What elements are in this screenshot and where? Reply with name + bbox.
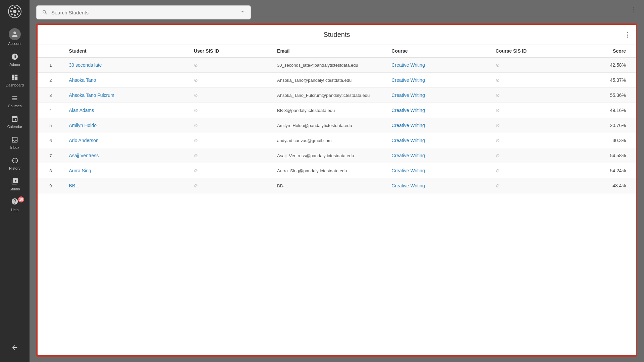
svg-point-3 bbox=[14, 14, 16, 16]
course-sis-cell: ⊘ bbox=[490, 148, 574, 163]
course-cell: Creative Writing bbox=[386, 178, 490, 193]
sidebar: Account Admin Dashboard Courses Calendar… bbox=[0, 0, 30, 362]
null-icon: ⊘ bbox=[496, 93, 500, 98]
course-link[interactable]: Creative Writing bbox=[391, 93, 425, 98]
student-name-cell: Asajj Ventress bbox=[64, 148, 189, 163]
col-course-sis: Course SIS ID bbox=[490, 45, 574, 57]
student-link[interactable]: Aurra Sing bbox=[69, 168, 91, 173]
course-link[interactable]: Creative Writing bbox=[391, 123, 425, 128]
user-sis-cell: ⊘ bbox=[189, 103, 272, 118]
table-row: 130 seconds late⊘30_seconds_late@pandaly… bbox=[38, 57, 636, 73]
student-link[interactable]: Ahsoka Tano Fulcrum bbox=[69, 93, 114, 98]
null-icon: ⊘ bbox=[194, 108, 198, 113]
email-cell: Aurra_Sing@pandalytictestdata.edu bbox=[272, 163, 386, 178]
null-icon: ⊘ bbox=[496, 77, 500, 83]
row-num: 6 bbox=[38, 133, 64, 148]
sidebar-item-inbox[interactable]: Inbox bbox=[0, 132, 30, 153]
student-link[interactable]: Asajj Ventress bbox=[69, 153, 99, 158]
table-row: 8Aurra Sing⊘Aurra_Sing@pandalytictestdat… bbox=[38, 163, 636, 178]
student-link[interactable]: Alan Adams bbox=[69, 108, 94, 113]
email-cell: andy.ad.canvas@gmail.com bbox=[272, 133, 386, 148]
table-row: 5Amilyn Holdo⊘Amilyn_Holdo@pandalytictes… bbox=[38, 118, 636, 133]
history-icon bbox=[10, 156, 19, 165]
students-card: Students ⋮ Student User SIS ID Email Cou… bbox=[38, 25, 636, 355]
course-link[interactable]: Creative Writing bbox=[391, 183, 425, 188]
dashboard-icon bbox=[10, 73, 19, 82]
course-sis-cell: ⊘ bbox=[490, 57, 574, 73]
students-title: Students bbox=[324, 31, 350, 39]
students-header-menu[interactable]: ⋮ bbox=[625, 31, 631, 39]
course-link[interactable]: Creative Writing bbox=[391, 168, 425, 173]
search-icon bbox=[42, 9, 48, 15]
col-score: Score bbox=[574, 45, 636, 57]
student-name-cell: Ahsoka Tano Fulcrum bbox=[64, 88, 189, 103]
score-cell: 48.4% bbox=[574, 178, 636, 193]
email-cell: 30_seconds_late@pandalytictestdata.edu bbox=[272, 57, 386, 73]
score-cell: 30.3% bbox=[574, 133, 636, 148]
null-icon: ⊘ bbox=[194, 153, 198, 158]
app-logo[interactable] bbox=[7, 3, 23, 19]
course-sis-cell: ⊘ bbox=[490, 73, 574, 88]
student-link[interactable]: 30 seconds late bbox=[69, 62, 102, 68]
search-dropdown-icon[interactable] bbox=[240, 9, 245, 16]
score-cell: 20.76% bbox=[574, 118, 636, 133]
students-table-wrapper[interactable]: Student User SIS ID Email Course Course … bbox=[38, 45, 636, 355]
course-sis-cell: ⊘ bbox=[490, 88, 574, 103]
history-label: History bbox=[9, 166, 20, 170]
svg-point-7 bbox=[17, 13, 18, 15]
student-link[interactable]: Amilyn Holdo bbox=[69, 123, 97, 128]
null-icon: ⊘ bbox=[496, 153, 500, 158]
course-sis-cell: ⊘ bbox=[490, 163, 574, 178]
search-bar[interactable] bbox=[36, 5, 251, 19]
course-cell: Creative Writing bbox=[386, 73, 490, 88]
score-cell: 45.37% bbox=[574, 73, 636, 88]
svg-point-9 bbox=[11, 13, 13, 15]
course-link[interactable]: Creative Writing bbox=[391, 77, 425, 83]
course-link[interactable]: Creative Writing bbox=[391, 108, 425, 113]
null-icon: ⊘ bbox=[194, 62, 198, 68]
student-link[interactable]: BB-... bbox=[69, 183, 81, 188]
student-name-cell: Amilyn Holdo bbox=[64, 118, 189, 133]
null-icon: ⊘ bbox=[496, 108, 500, 113]
top-menu-button[interactable]: ⋮ bbox=[630, 5, 637, 13]
null-icon: ⊘ bbox=[194, 138, 198, 143]
admin-icon bbox=[10, 52, 19, 61]
back-button[interactable] bbox=[0, 340, 30, 355]
svg-point-2 bbox=[14, 6, 16, 8]
row-num: 1 bbox=[38, 57, 64, 73]
null-icon: ⊘ bbox=[496, 123, 500, 128]
help-badge: 10 bbox=[18, 196, 24, 202]
search-input[interactable] bbox=[51, 10, 236, 15]
student-link[interactable]: Ahsoka Tano bbox=[69, 77, 96, 83]
row-num: 4 bbox=[38, 103, 64, 118]
score-cell: 49.16% bbox=[574, 103, 636, 118]
course-link[interactable]: Creative Writing bbox=[391, 62, 425, 68]
course-link[interactable]: Creative Writing bbox=[391, 138, 425, 143]
user-sis-cell: ⊘ bbox=[189, 133, 272, 148]
table-row: 2Ahsoka Tano⊘Ahsoka_Tano@pandalytictestd… bbox=[38, 73, 636, 88]
student-link[interactable]: Arlo Anderson bbox=[69, 138, 99, 143]
students-table: Student User SIS ID Email Course Course … bbox=[38, 45, 636, 193]
course-link[interactable]: Creative Writing bbox=[391, 153, 425, 158]
col-num bbox=[38, 45, 64, 57]
sidebar-item-admin[interactable]: Admin bbox=[0, 49, 30, 70]
sidebar-item-help[interactable]: 10 Help bbox=[0, 194, 30, 215]
user-sis-cell: ⊘ bbox=[189, 73, 272, 88]
null-icon: ⊘ bbox=[194, 93, 198, 98]
null-icon: ⊘ bbox=[496, 62, 500, 68]
course-cell: Creative Writing bbox=[386, 133, 490, 148]
email-cell: Ahsoka_Tano@pandalytictestdata.edu bbox=[272, 73, 386, 88]
sidebar-item-courses[interactable]: Courses bbox=[0, 90, 30, 111]
sidebar-item-history[interactable]: History bbox=[0, 153, 30, 174]
user-sis-cell: ⊘ bbox=[189, 118, 272, 133]
score-cell: 54.24% bbox=[574, 163, 636, 178]
col-email: Email bbox=[272, 45, 386, 57]
course-cell: Creative Writing bbox=[386, 118, 490, 133]
null-icon: ⊘ bbox=[496, 168, 500, 173]
sidebar-item-account[interactable]: Account bbox=[0, 25, 30, 49]
sidebar-item-studio[interactable]: Studio bbox=[0, 174, 30, 194]
sidebar-item-calendar[interactable]: Calendar bbox=[0, 111, 30, 132]
table-row: 3Ahsoka Tano Fulcrum⊘Ahsoka_Tano_Fulcrum… bbox=[38, 88, 636, 103]
student-name-cell: Aurra Sing bbox=[64, 163, 189, 178]
sidebar-item-dashboard[interactable]: Dashboard bbox=[0, 70, 30, 90]
